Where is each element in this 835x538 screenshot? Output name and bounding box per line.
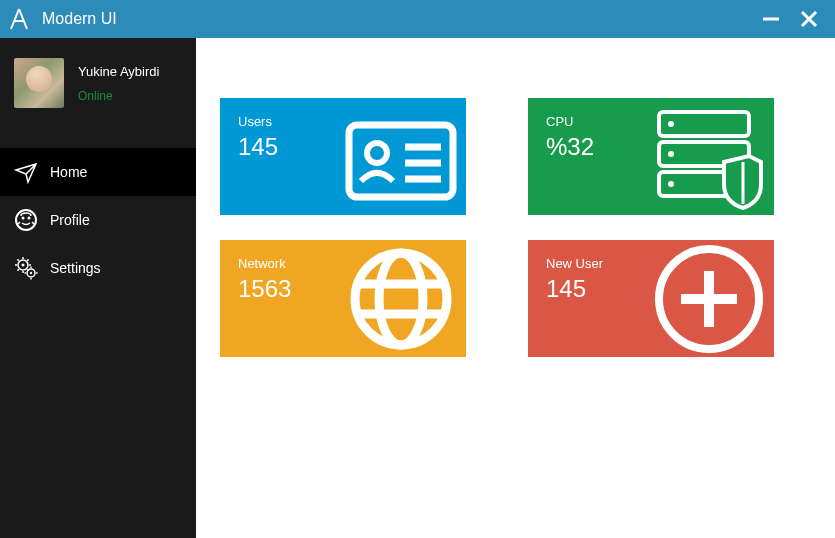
profile-section: Yukine Aybirdi Online bbox=[0, 38, 196, 130]
id-card-icon bbox=[336, 98, 466, 215]
card-cpu[interactable]: CPU %32 bbox=[528, 98, 774, 215]
nav: Home Profile bbox=[0, 148, 196, 292]
profile-status: Online bbox=[78, 89, 159, 103]
svg-point-19 bbox=[668, 151, 674, 157]
svg-point-11 bbox=[367, 143, 387, 163]
app-logo-icon bbox=[8, 7, 30, 31]
svg-point-4 bbox=[22, 217, 25, 220]
home-icon bbox=[14, 160, 38, 184]
nav-item-label: Profile bbox=[50, 212, 90, 228]
avatar bbox=[14, 58, 64, 108]
card-network[interactable]: Network 1563 bbox=[220, 240, 466, 357]
minimize-button[interactable] bbox=[761, 9, 781, 29]
plus-circle-icon bbox=[644, 240, 774, 357]
svg-point-5 bbox=[28, 217, 31, 220]
window-title: Modern UI bbox=[42, 10, 761, 28]
sidebar: Yukine Aybirdi Online Home bbox=[0, 38, 196, 538]
svg-point-18 bbox=[668, 121, 674, 127]
svg-point-7 bbox=[22, 264, 25, 267]
content-area: Users 145 CPU %32 bbox=[196, 38, 835, 538]
dashboard-cards: Users 145 CPU %32 bbox=[220, 98, 835, 357]
svg-point-20 bbox=[668, 181, 674, 187]
svg-point-22 bbox=[355, 253, 447, 345]
close-button[interactable] bbox=[799, 9, 819, 29]
titlebar: Modern UI bbox=[0, 0, 835, 38]
nav-item-home[interactable]: Home bbox=[0, 148, 196, 196]
svg-point-9 bbox=[30, 272, 32, 274]
svg-point-23 bbox=[379, 253, 423, 345]
globe-icon bbox=[336, 240, 466, 357]
nav-item-profile[interactable]: Profile bbox=[0, 196, 196, 244]
card-users[interactable]: Users 145 bbox=[220, 98, 466, 215]
card-new-user[interactable]: New User 145 bbox=[528, 240, 774, 357]
nav-item-label: Home bbox=[50, 164, 87, 180]
profile-icon bbox=[14, 208, 38, 232]
main-container: Yukine Aybirdi Online Home bbox=[0, 38, 835, 538]
settings-icon bbox=[14, 256, 38, 280]
window-controls bbox=[761, 9, 827, 29]
profile-name: Yukine Aybirdi bbox=[78, 64, 159, 79]
server-shield-icon bbox=[644, 98, 774, 215]
nav-item-label: Settings bbox=[50, 260, 101, 276]
nav-item-settings[interactable]: Settings bbox=[0, 244, 196, 292]
